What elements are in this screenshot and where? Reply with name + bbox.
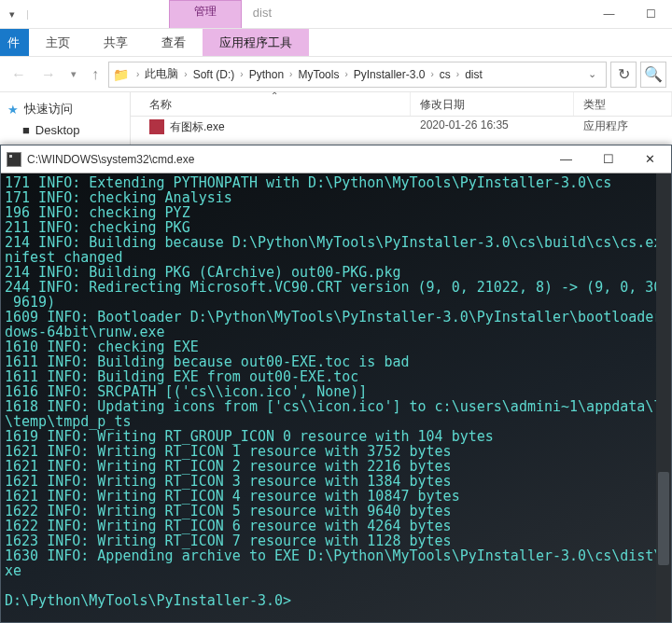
col-header-date[interactable]: 修改日期: [411, 92, 574, 116]
file-tab[interactable]: 件: [0, 29, 29, 56]
qat-sep-icon: |: [21, 8, 35, 20]
address-dropdown-icon[interactable]: ⌄: [582, 68, 602, 80]
manage-contextual-tab[interactable]: 管理: [169, 0, 242, 28]
file-row[interactable]: 有图标.exe 2020-01-26 16:35 应用程序: [131, 117, 672, 137]
minimize-button[interactable]: —: [588, 0, 630, 28]
cmd-close-button[interactable]: ✕: [629, 145, 671, 173]
back-button[interactable]: ←: [6, 66, 32, 83]
sidebar-item-desktop[interactable]: ■ Desktop: [0, 120, 130, 140]
sidebar-item-label: 快速访问: [24, 101, 73, 118]
ribbon-tabs: 件 主页 共享 查看 应用程序工具: [0, 29, 672, 57]
cmd-maximize-button[interactable]: ☐: [587, 145, 629, 173]
breadcrumb-item[interactable]: Soft (D:): [189, 68, 239, 81]
qat-dropdown-icon[interactable]: ▾: [4, 8, 21, 21]
cmd-scrollbar-thumb[interactable]: [658, 472, 669, 565]
titlebar: ▾ | 管理 dist — ☐: [0, 0, 672, 29]
star-icon: ★: [7, 103, 19, 117]
folder-icon: 📁: [113, 67, 129, 82]
file-name: 有图标.exe: [170, 119, 225, 135]
cmd-output[interactable]: 171 INFO: Extending PYTHONPATH with D:\P…: [1, 173, 671, 622]
file-date-cell: 2020-01-26 16:35: [411, 118, 574, 135]
refresh-button[interactable]: ↻: [610, 62, 637, 88]
cmd-scrollbar[interactable]: [656, 173, 671, 622]
exe-file-icon: [149, 119, 164, 134]
share-tab[interactable]: 共享: [87, 29, 145, 56]
column-headers: 名称 ⌃ 修改日期 类型: [131, 92, 672, 117]
cmd-titlebar[interactable]: C:\WINDOWS\system32\cmd.exe — ☐ ✕: [1, 145, 671, 173]
col-header-type[interactable]: 类型: [574, 92, 672, 116]
address-bar[interactable]: 📁 › 此电脑 › Soft (D:) › Python › MyTools ›…: [108, 62, 607, 88]
file-type-cell: 应用程序: [574, 118, 672, 135]
desktop-icon: ■: [22, 123, 30, 137]
sidebar-item-label: Desktop: [35, 123, 80, 137]
cmd-icon: [7, 152, 21, 167]
app-tools-tab[interactable]: 应用程序工具: [203, 29, 309, 56]
sidebar-item-quickaccess[interactable]: ★ 快速访问: [0, 98, 130, 120]
view-tab[interactable]: 查看: [145, 29, 203, 56]
sort-asc-icon: ⌃: [271, 90, 278, 101]
breadcrumb-item[interactable]: dist: [461, 68, 486, 81]
breadcrumb-item[interactable]: PyInstaller-3.0: [350, 68, 429, 81]
quick-access-toolbar: ▾ |: [0, 0, 38, 28]
contextual-tab-group: 管理: [169, 0, 242, 28]
forward-button[interactable]: →: [35, 66, 62, 83]
breadcrumb-root[interactable]: 此电脑: [141, 66, 182, 82]
search-box[interactable]: 🔍: [640, 62, 666, 88]
home-tab[interactable]: 主页: [29, 29, 87, 56]
navbar: ← → ▾ ↑ 📁 › 此电脑 › Soft (D:) › Python › M…: [0, 57, 672, 92]
maximize-button[interactable]: ☐: [630, 0, 672, 28]
cmd-window: C:\WINDOWS\system32\cmd.exe — ☐ ✕ 171 IN…: [0, 145, 672, 623]
cmd-minimize-button[interactable]: —: [545, 145, 587, 173]
recent-dropdown-icon[interactable]: ▾: [65, 68, 82, 80]
file-name-cell: 有图标.exe: [131, 118, 411, 135]
breadcrumb-item[interactable]: cs: [436, 68, 455, 81]
up-button[interactable]: ↑: [86, 66, 105, 83]
cmd-title-text: C:\WINDOWS\system32\cmd.exe: [27, 153, 545, 166]
breadcrumb-sep[interactable]: ›: [134, 69, 141, 79]
breadcrumb-item[interactable]: Python: [245, 68, 287, 81]
window-title: dist: [242, 0, 283, 28]
col-header-name[interactable]: 名称 ⌃: [131, 92, 411, 116]
breadcrumb-item[interactable]: MyTools: [294, 68, 343, 81]
